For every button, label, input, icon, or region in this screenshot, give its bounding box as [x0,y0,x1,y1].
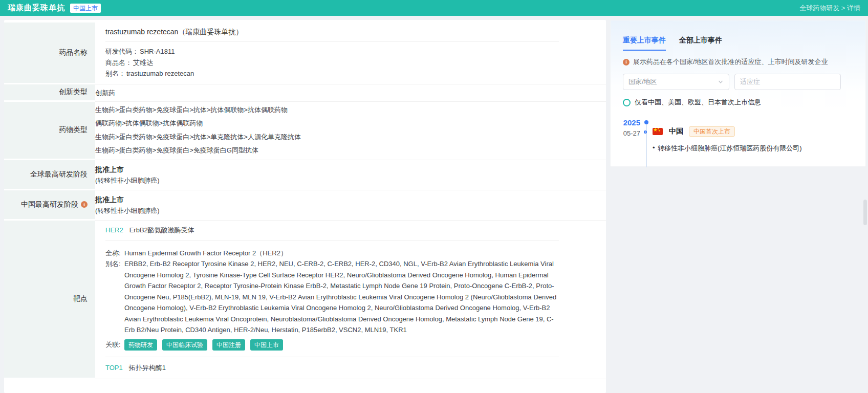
global-stage-indication: (转移性非小细胞肺癌) [95,175,606,186]
chevron-down-icon [718,79,724,85]
drug-type-line: 生物药>蛋白类药物>免疫球蛋白>抗体>单克隆抗体>人源化单克隆抗体 [95,130,606,144]
alias-label: 别名： [105,70,125,77]
drug-type-line: 生物药>蛋白类药物>免疫球蛋白>抗体>抗体偶联物>抗体偶联药物 [95,103,606,117]
timeline-event: ★★★ 中国 中国首次上市 转移性非小细胞肺癌(江苏恒瑞医药股份有限公司) [653,118,853,153]
brand-name-field: 商品名：艾维达 [105,57,559,69]
target-her2-name: ErbB2酪氨酸激酶受体 [129,226,194,235]
market-status-badge: 中国上市 [70,4,101,13]
relation-tag-drug-rd[interactable]: 药物研发 [124,339,157,351]
indication-select[interactable]: 适应症 [734,74,841,90]
china-flag-icon: ★★★ [653,128,663,135]
target-fullname-label: 全称: [105,248,124,259]
row-label-global-stage: 全球最高研发阶段 [4,160,95,190]
event-country: 中国 [669,127,683,136]
row-label-drug-type: 药物类型 [4,102,95,160]
drug-type-line: 生物药>蛋白类药物>免疫球蛋白>免疫球蛋白G同型抗体 [95,144,606,158]
alias-value: trastuzumab rezetecan [126,70,194,77]
radio-icon[interactable] [623,99,631,106]
timeline-date: 05-27 [623,129,640,138]
first-launch-filter-label: 仅看中国、美国、欧盟、日本首次上市信息 [635,98,761,107]
brand-name-label: 商品名： [105,59,132,67]
page-title: 瑞康曲妥珠单抗 [8,3,65,13]
app-header: 瑞康曲妥珠单抗 中国上市 全球药物研发 > 详情 [0,0,868,16]
table-row-drug-name: 药品名称 trastuzumab rezetecan（瑞康曲妥珠单抗） 研发代码… [4,23,606,84]
page-scrollbar[interactable] [863,200,867,225]
alias-field: 别名：trastuzumab rezetecan [105,68,559,79]
country-region-select[interactable]: 国家/地区 [623,74,729,90]
indication-item: 转移性非小细胞肺癌(江苏恒瑞医药股份有限公司) [653,144,853,153]
target-aliases-value: ERBB2, Erb-B2 Receptor Tyrosine Kinase 2… [124,258,559,336]
china-stage-info-icon[interactable]: i [81,201,88,208]
drug-name-details: 研发代码：SHR-A1811 商品名：艾维达 别名：trastuzumab re… [105,42,559,84]
global-stage-value: 批准上市 [95,164,606,175]
china-stage-label-text: 中国最高研发阶段 [21,200,78,209]
relation-tag-cn-market[interactable]: 中国上市 [250,339,283,351]
timeline-axis [640,118,653,153]
global-stage-content: 批准上市 (转移性非小细胞肺癌) [95,160,606,190]
row-label-target: 靶点 [4,221,95,379]
drug-type-line: 偶联药物>抗体偶联物>抗体偶联药物 [95,117,606,130]
events-timeline: 2025 05-27 ★★★ 中国 中国首次上市 转移性非小细胞肺癌(江苏恒瑞医… [623,118,853,153]
target-fullname-value: Human Epidermal Growth Factor Receptor 2… [124,248,559,259]
china-stage-content: 批准上市 (转移性非小细胞肺癌) [95,190,606,221]
brand-name-value: 艾维达 [133,59,153,67]
breadcrumb[interactable]: 全球药物研发 > 详情 [799,4,860,13]
row-label-innovation-type: 创新类型 [4,84,95,102]
timeline-dates: 2025 05-27 [623,118,640,153]
row-content-drug-name: trastuzumab rezetecan（瑞康曲妥珠单抗） 研发代码：SHR-… [95,23,606,84]
row-label-china-stage: 中国最高研发阶段 i [4,190,95,221]
table-row-china-stage: 中国最高研发阶段 i 批准上市 (转移性非小细胞肺癌) [4,190,606,221]
target-top1-link[interactable]: TOP1 [105,364,123,372]
timeline-event-dot [644,130,647,134]
drug-display-name: trastuzumab rezetecan（瑞康曲妥珠单抗） [105,23,559,42]
event-filters: 国家/地区 适应症 [623,74,853,90]
target-relations-row: 关联: 药物研发 中国临床试验 中国注册 中国上市 [105,339,559,351]
target-relations-label: 关联: [105,340,124,350]
tab-all-market-events[interactable]: 全部上市事件 [679,36,722,51]
table-row-drug-type: 药物类型 生物药>蛋白类药物>免疫球蛋白>抗体>抗体偶联物>抗体偶联药物 偶联药… [4,102,606,160]
target-her2-details: 全称: Human Epidermal Growth Factor Recept… [105,241,559,357]
drug-code-field: 研发代码：SHR-A1811 [105,46,559,57]
target-aliases-row: 别名: ERBB2, Erb-B2 Receptor Tyrosine Kina… [105,258,559,336]
target-top1-header: TOP1 拓扑异构酶1 [105,357,559,379]
china-stage-indication: (转移性非小细胞肺癌) [95,205,606,216]
china-stage-value: 批准上市 [95,194,606,205]
drug-info-card: 药品名称 trastuzumab rezetecan（瑞康曲妥珠单抗） 研发代码… [4,20,606,393]
timeline-year: 2025 [623,118,640,127]
target-her2-link[interactable]: HER2 [105,226,123,234]
row-label-drug-name: 药品名称 [4,23,95,84]
table-row-innovation-type: 创新类型 创新药 [4,84,606,102]
market-events-panel: 重要上市事件 全部上市事件 i 展示药品在各个国家/地区首次批准的适应症、上市时… [610,20,866,167]
timeline-year-dot [644,120,648,124]
drug-code-label: 研发代码： [105,48,139,55]
page-body: 药品名称 trastuzumab rezetecan（瑞康曲妥珠单抗） 研发代码… [0,16,868,393]
target-aliases-label: 别名: [105,258,124,336]
panel-note: i 展示药品在各个国家/地区首次批准的适应症、上市时间及研发企业 [623,57,853,67]
indication-placeholder: 适应症 [740,77,835,86]
target-content: HER2 ErbB2酪氨酸激酶受体 全称: Human Epidermal Gr… [95,221,606,379]
target-top1-name: 拓扑异构酶1 [129,363,166,373]
target-fullname-row: 全称: Human Epidermal Growth Factor Recept… [105,248,559,259]
relation-tag-cn-clinical[interactable]: 中国临床试验 [162,339,207,351]
events-tabs: 重要上市事件 全部上市事件 [623,36,853,51]
timeline-line [646,122,647,167]
table-row-target: 靶点 HER2 ErbB2酪氨酸激酶受体 全称: Human Epidermal… [4,221,606,379]
drug-type-lines: 生物药>蛋白类药物>免疫球蛋白>抗体>抗体偶联物>抗体偶联药物 偶联药物>抗体偶… [95,102,606,160]
country-region-placeholder: 国家/地区 [628,77,718,86]
relation-tag-cn-registration[interactable]: 中国注册 [212,339,245,351]
note-text: 展示药品在各个国家/地区首次批准的适应症、上市时间及研发企业 [633,57,828,67]
tab-key-market-events[interactable]: 重要上市事件 [623,36,666,51]
target-her2-header: HER2 ErbB2酪氨酸激酶受体 [105,221,559,241]
innovation-type-value: 创新药 [95,84,606,102]
drug-code-value: SHR-A1811 [140,48,175,55]
first-launch-badge: 中国首次上市 [689,126,735,137]
table-row-global-stage: 全球最高研发阶段 批准上市 (转移性非小细胞肺癌) [4,160,606,190]
first-launch-filter[interactable]: 仅看中国、美国、欧盟、日本首次上市信息 [623,98,853,107]
note-info-icon: i [623,59,630,66]
timeline-event-header: ★★★ 中国 中国首次上市 [653,126,853,137]
